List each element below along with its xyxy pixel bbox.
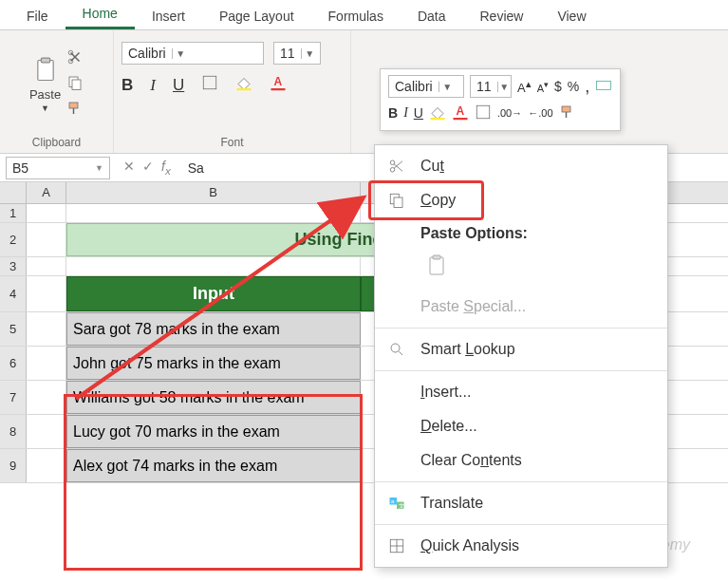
svg-rect-21 — [394, 197, 402, 208]
enter-formula-icon[interactable]: ✓ — [142, 159, 154, 177]
underline-button[interactable]: U — [173, 76, 184, 95]
mini-fill-icon[interactable] — [429, 103, 446, 123]
tab-formulas[interactable]: Formulas — [311, 3, 401, 29]
cell[interactable] — [27, 257, 66, 275]
cell[interactable] — [27, 347, 66, 380]
cell[interactable] — [27, 415, 66, 448]
accounting-format-icon[interactable]: $ — [554, 79, 562, 94]
fill-color-button[interactable] — [235, 74, 252, 96]
svg-rect-23 — [433, 255, 440, 259]
decrease-decimal-icon[interactable]: ←.00 — [528, 107, 552, 119]
ctx-copy-label: Copy — [420, 192, 456, 209]
col-header-b[interactable]: B — [66, 182, 361, 203]
comma-format-icon[interactable]: , — [585, 77, 589, 97]
mini-size-combo[interactable]: 11▼ — [470, 75, 512, 98]
tab-insert[interactable]: Insert — [135, 3, 202, 29]
paste-option-default[interactable] — [420, 250, 453, 282]
ctx-translate[interactable]: a文 Translate — [375, 486, 667, 520]
tab-pagelayout[interactable]: Page Layout — [202, 3, 311, 29]
col-header-a[interactable]: A — [27, 182, 66, 203]
row-header[interactable]: 8 — [0, 415, 27, 448]
mini-border-icon[interactable] — [475, 103, 492, 123]
font-size-value: 11 — [274, 46, 301, 61]
row-header[interactable]: 6 — [0, 347, 27, 380]
mini-italic-button[interactable]: I — [403, 105, 408, 121]
row-header[interactable]: 7 — [0, 381, 27, 414]
name-box[interactable]: B5 ▼ — [6, 157, 110, 179]
cell[interactable] — [27, 223, 66, 256]
tab-file[interactable]: File — [9, 3, 65, 29]
tab-review[interactable]: Review — [463, 3, 541, 29]
cell[interactable] — [27, 276, 66, 311]
font-color-button[interactable]: A — [270, 74, 287, 96]
tab-data[interactable]: Data — [401, 3, 463, 29]
ctx-cut[interactable]: Cut — [375, 149, 667, 183]
row-header[interactable]: 4 — [0, 276, 27, 311]
data-cell[interactable]: Lucy got 70 marks in the exam — [66, 415, 361, 448]
ctx-quick-analysis[interactable]: Quick Analysis — [375, 529, 667, 563]
row-header[interactable]: 3 — [0, 257, 27, 275]
mini-bold-button[interactable]: B — [388, 105, 398, 121]
ctx-clear-label: Clear Contents — [420, 452, 522, 469]
bold-button[interactable]: B — [121, 76, 133, 95]
cell[interactable] — [66, 257, 361, 275]
select-all-corner[interactable] — [0, 182, 27, 203]
ctx-cut-label: Cut — [420, 158, 444, 175]
cell[interactable] — [66, 204, 361, 222]
ctx-delete[interactable]: Delete... — [375, 409, 667, 443]
increase-font-icon[interactable]: A▴ — [517, 78, 532, 95]
scissors-icon — [386, 158, 407, 175]
row-header[interactable]: 2 — [0, 223, 27, 256]
ctx-clear-contents[interactable]: Clear Contents — [375, 443, 667, 478]
italic-button[interactable]: I — [150, 76, 156, 95]
search-icon — [386, 341, 407, 358]
svg-text:A: A — [274, 75, 283, 88]
percent-format-icon[interactable]: % — [568, 79, 579, 94]
font-name-combo[interactable]: Calibri▼ — [121, 42, 264, 65]
copy-icon[interactable] — [66, 74, 84, 94]
row-header[interactable]: 5 — [0, 312, 27, 346]
mini-format-painter-icon[interactable] — [559, 103, 576, 123]
format-painter-icon[interactable] — [66, 100, 84, 120]
data-cell[interactable]: Williams got 58 marks in the exam — [66, 381, 361, 414]
ctx-smart-lookup[interactable]: Smart Lookup — [375, 332, 667, 366]
tab-view[interactable]: View — [540, 3, 603, 29]
merge-icon[interactable] — [595, 77, 612, 97]
ctx-insert[interactable]: Insert... — [375, 375, 667, 409]
ribbon: Paste ▼ Clipboard Calibri▼ 11▼ B — [0, 30, 728, 154]
paste-button[interactable]: Paste ▼ — [29, 55, 61, 113]
ctx-delete-label: Delete... — [420, 418, 477, 435]
font-group-label: Font — [220, 136, 243, 149]
cell[interactable] — [27, 381, 66, 414]
mini-font-combo[interactable]: Calibri▼ — [388, 75, 464, 98]
ctx-copy[interactable]: Copy — [375, 183, 667, 217]
font-size-combo[interactable]: 11▼ — [273, 42, 321, 65]
ctx-paste-options-header: Paste Options: — [375, 217, 667, 246]
ctx-quick-analysis-label: Quick Analysis — [420, 537, 519, 554]
cut-icon[interactable] — [66, 48, 84, 68]
row-header[interactable]: 9 — [0, 449, 27, 482]
chevron-down-icon[interactable]: ▼ — [95, 163, 103, 173]
decrease-font-icon[interactable]: A▾ — [537, 79, 549, 94]
copy-icon — [386, 192, 407, 209]
input-header-cell[interactable]: Input — [66, 276, 361, 311]
tab-home[interactable]: Home — [65, 0, 135, 29]
svg-rect-5 — [72, 80, 81, 90]
formula-content[interactable]: Sa — [178, 160, 204, 176]
cancel-formula-icon[interactable]: ✕ — [123, 159, 135, 177]
row-header[interactable]: 1 — [0, 204, 27, 222]
paste-label: Paste — [29, 87, 61, 102]
mini-font-color-icon[interactable]: A — [452, 103, 469, 123]
cell[interactable] — [27, 449, 66, 482]
fx-icon[interactable]: fx — [161, 159, 171, 177]
mini-underline-button[interactable]: U — [414, 105, 423, 121]
data-cell[interactable]: John got 75 marks in the exam — [66, 347, 361, 380]
data-cell[interactable]: Alex got 74 marks in the exam — [66, 449, 361, 482]
border-button[interactable] — [201, 74, 218, 96]
data-cell[interactable]: Sara got 78 marks in the exam — [66, 312, 361, 346]
chevron-down-icon[interactable]: ▼ — [172, 48, 189, 59]
cell[interactable] — [27, 312, 66, 346]
cell[interactable] — [27, 204, 66, 222]
increase-decimal-icon[interactable]: .00→ — [497, 107, 522, 119]
chevron-down-icon[interactable]: ▼ — [301, 48, 318, 59]
